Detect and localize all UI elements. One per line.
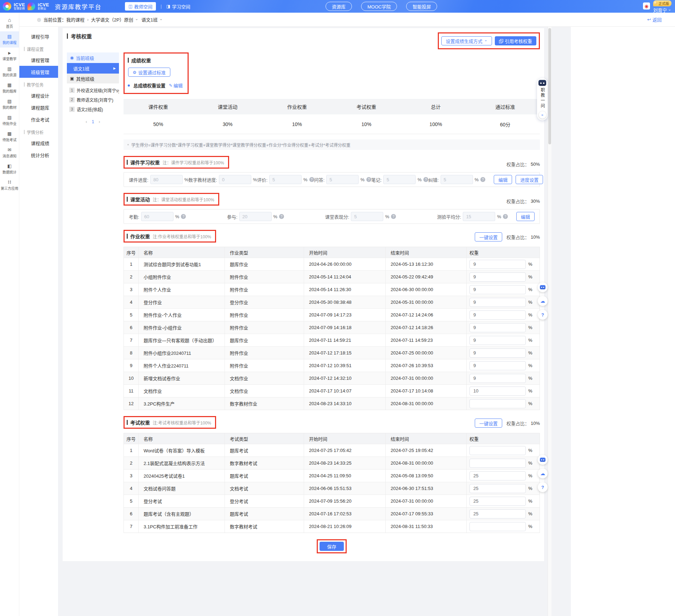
help-icon[interactable] — [366, 177, 371, 182]
weight-input[interactable] — [469, 471, 526, 480]
chevron-down-icon[interactable] — [135, 17, 138, 22]
weight-input[interactable] — [469, 399, 526, 408]
topbar-link[interactable]: MOOC学院 — [361, 2, 397, 11]
total-weight-edit-link[interactable]: 编辑 — [169, 82, 183, 89]
rail-item[interactable]: 我的资源 — [0, 64, 19, 80]
rail-item[interactable]: 我的题库 — [0, 80, 19, 96]
rail-item[interactable]: 第三方应用 — [0, 177, 19, 193]
chevron-down-icon[interactable] — [159, 17, 163, 22]
courseware-edit-button[interactable]: 编辑 — [494, 175, 512, 184]
set-grade-method-button[interactable]: 设置成绩生成方式 — [441, 36, 492, 45]
help-icon[interactable] — [503, 214, 508, 219]
class-list-item[interactable]: 2 教师语文班(刘育宁) — [67, 95, 119, 105]
submenu-item[interactable]: 作业考试 — [19, 113, 58, 125]
breadcrumb-course[interactable]: 大学语文（2P）原创 — [91, 16, 133, 23]
topbar-link[interactable]: 智能投屏 — [406, 2, 437, 11]
submenu-item[interactable]: 教学任务 — [19, 80, 58, 89]
progress-settings-button[interactable]: 进度设置 — [516, 175, 543, 184]
class-list-item[interactable]: 1 外校语文班级(刘育宁sy) — [67, 86, 119, 95]
weight-input[interactable] — [469, 484, 526, 493]
ai-assistant-button[interactable] — [538, 455, 548, 465]
collapse-icon[interactable] — [539, 111, 546, 119]
field-input[interactable] — [383, 175, 416, 184]
weight-input[interactable] — [469, 310, 526, 320]
submenu-item[interactable]: 课程题库 — [19, 101, 58, 113]
user-menu[interactable]: 刘育宁 — [653, 7, 671, 13]
field-input[interactable] — [239, 212, 272, 221]
help-icon[interactable] — [391, 214, 396, 219]
field-input[interactable] — [219, 175, 251, 184]
breadcrumb-root[interactable]: 我的课程 — [66, 16, 84, 23]
current-class-item[interactable]: 语文1班 ▶ — [67, 63, 119, 74]
weight-input[interactable] — [469, 386, 526, 396]
help-icon[interactable] — [181, 214, 186, 219]
homework-oneclick-button[interactable]: 一键设置 — [475, 232, 502, 241]
weight-input[interactable] — [469, 260, 526, 269]
download-button[interactable] — [538, 296, 548, 306]
weight-input[interactable] — [469, 509, 526, 518]
help-icon[interactable] — [309, 177, 314, 182]
rail-item[interactable]: 数据统计 — [0, 161, 19, 177]
save-button[interactable]: 保存 — [320, 542, 343, 551]
help-icon[interactable] — [480, 177, 485, 182]
submenu-item[interactable]: 课程设置 — [19, 44, 58, 54]
rail-item[interactable]: 待批考试 — [0, 128, 19, 145]
weight-input[interactable] — [469, 522, 526, 531]
help-button[interactable] — [538, 482, 548, 492]
submenu-item[interactable]: 学情分析 — [19, 127, 58, 137]
field-input[interactable] — [150, 175, 183, 184]
help-icon[interactable] — [279, 214, 284, 219]
weight-input[interactable] — [469, 497, 526, 506]
next-page-icon[interactable]: › — [99, 119, 100, 124]
ai-assistant-tab[interactable]: 职教一问 — [537, 78, 548, 120]
scrollbar-track[interactable] — [548, 27, 551, 616]
help-button[interactable] — [538, 310, 548, 320]
breadcrumb-class[interactable]: 语文1班 — [141, 16, 158, 23]
class-list-item[interactable]: 3 语文2班(徐超) — [67, 105, 119, 114]
weight-input[interactable] — [469, 323, 526, 332]
field-input[interactable] — [463, 212, 495, 221]
teacher-space-tab[interactable]: ◫ 教师空间 — [125, 2, 156, 11]
ai-assistant-button[interactable] — [538, 282, 548, 292]
quote-assessment-weight-button[interactable]: 引用考核权重 — [495, 36, 536, 45]
prev-page-icon[interactable]: ‹ — [86, 119, 87, 124]
mini-app-icon[interactable]: ◉ — [643, 2, 650, 10]
submenu-item[interactable]: 课程管理 — [19, 54, 58, 66]
weight-summary-table: 课件权重课堂活动作业权重考试权重总计通过标准 50%30%10%10%100%6… — [124, 99, 540, 134]
topbar-link[interactable]: 资源库 — [326, 2, 352, 11]
submenu-item[interactable]: 课程引导 — [19, 30, 58, 42]
weight-input[interactable] — [469, 446, 526, 455]
submenu-item[interactable]: 课程设计 — [19, 89, 58, 101]
download-button[interactable] — [538, 469, 548, 478]
weight-input[interactable] — [469, 361, 526, 370]
submenu-item[interactable]: 统计分析 — [19, 149, 58, 161]
scrollbar-thumb[interactable] — [548, 28, 551, 144]
classroom-edit-button[interactable]: 编辑 — [516, 212, 535, 221]
weight-input[interactable] — [469, 374, 526, 383]
rail-item[interactable]: 我的课程 — [0, 31, 19, 48]
rail-item[interactable]: 消息通知 — [0, 145, 19, 161]
help-icon[interactable] — [423, 177, 428, 182]
weight-input[interactable] — [469, 348, 526, 358]
weight-input[interactable] — [469, 272, 526, 282]
field-input[interactable] — [141, 212, 174, 221]
weight-input[interactable] — [469, 298, 526, 307]
teacher-icon: ◫ — [128, 4, 132, 8]
exam-oneclick-button[interactable]: 一键设置 — [475, 419, 502, 428]
rail-item[interactable]: 课堂教学 — [0, 48, 19, 64]
student-space-tab[interactable]: ◨ 学习空间 — [166, 3, 190, 10]
rail-item[interactable]: 我的教材 — [0, 96, 19, 112]
back-button[interactable]: 返回 — [647, 16, 662, 23]
field-input[interactable] — [326, 175, 359, 184]
set-pass-standard-button[interactable]: 设置通过标准 — [128, 68, 170, 77]
submenu-item[interactable]: 班级管理 — [19, 66, 58, 78]
field-input[interactable] — [441, 175, 473, 184]
weight-input[interactable] — [469, 336, 526, 345]
weight-input[interactable] — [469, 285, 526, 294]
rail-item[interactable]: 待批作业 — [0, 112, 19, 128]
field-input[interactable] — [269, 175, 302, 184]
field-input[interactable] — [351, 212, 383, 221]
rail-item[interactable]: 首页 — [0, 14, 19, 31]
submenu-item[interactable]: 课程成绩 — [19, 137, 58, 149]
weight-input[interactable] — [469, 459, 526, 468]
